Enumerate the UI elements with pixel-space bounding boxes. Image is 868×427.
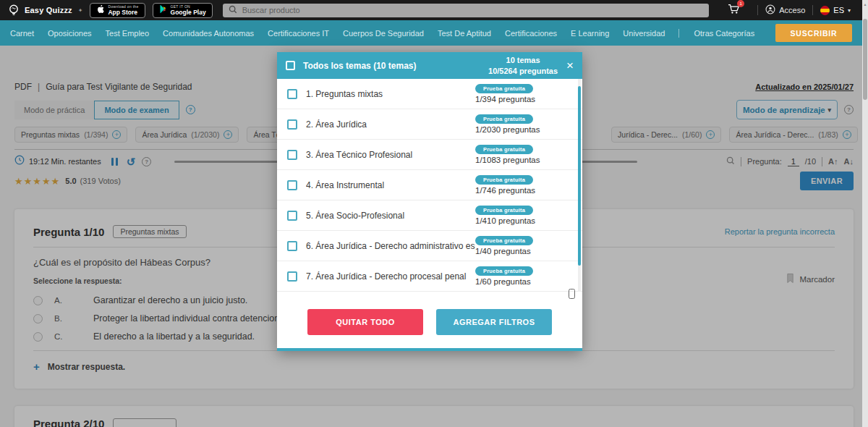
- cart-count-badge: 1: [737, 0, 744, 7]
- user-icon: [765, 4, 775, 16]
- apply-filters-button[interactable]: AGREGAR FILTROS: [436, 309, 552, 335]
- nav-links: CarnetOposicionesTest EmpleoComunidades …: [10, 29, 775, 38]
- topic-checkbox[interactable]: [287, 150, 297, 160]
- nav-item[interactable]: Otras Categorías: [678, 29, 754, 38]
- topic-row[interactable]: 4. Área Instrumental Prueba gratuita 1/7…: [277, 170, 582, 200]
- nav-item[interactable]: Cuerpos De Seguridad: [343, 29, 424, 38]
- topic-question-count: 1/1083 preguntas: [475, 156, 540, 164]
- subscribe-button[interactable]: SUSCRIBIR: [775, 24, 852, 42]
- topic-row[interactable]: 2. Área Jurídica Prueba gratuita 1/2030 …: [277, 109, 582, 140]
- modal-summary-topics: 10 temas: [506, 56, 540, 64]
- free-trial-badge: Prueba gratuita: [475, 266, 533, 276]
- topic-checkbox[interactable]: [287, 180, 297, 190]
- app-store-badge[interactable]: Download on the App Store: [90, 3, 145, 18]
- clear-all-button[interactable]: QUITAR TODO: [307, 309, 423, 335]
- language-selector[interactable]: ES ▾: [820, 6, 851, 15]
- free-trial-badge: Prueba gratuita: [475, 114, 533, 124]
- divider: [757, 5, 758, 15]
- nav-item[interactable]: Certificaciones IT: [268, 29, 329, 38]
- search-input[interactable]: [242, 6, 704, 14]
- app-store-tagline: Download on the: [108, 5, 138, 9]
- topic-row[interactable]: 7. Área Jurídica - Derecho procesal pena…: [277, 261, 582, 292]
- nav-item[interactable]: Comunidades Autonomas: [163, 29, 254, 38]
- screen: Easy Quizzz ✦ Download on the App Store …: [0, 0, 868, 427]
- topic-question-count: 1/410 preguntas: [475, 216, 535, 225]
- google-play-label: Google Play: [171, 9, 206, 16]
- nav-item[interactable]: Carnet: [10, 29, 34, 38]
- topic-checkbox[interactable]: [287, 119, 297, 130]
- nav-item[interactable]: Oposiciones: [48, 29, 92, 38]
- google-play-tagline: GET IT ON: [171, 5, 206, 9]
- topic-row[interactable]: 6. Área Jurídica - Derecho administrativ…: [277, 231, 582, 261]
- topic-checkbox[interactable]: [287, 241, 297, 251]
- select-all-checkbox[interactable]: [286, 61, 295, 70]
- sparkle-icon: ✦: [78, 7, 83, 14]
- modal-body: 1. Preguntas mixtas Prueba gratuita 1/39…: [277, 79, 582, 292]
- brand-logo[interactable]: Easy Quizzz ✦: [7, 4, 82, 17]
- chevron-down-icon: ▾: [848, 7, 851, 14]
- nav-item[interactable]: Certificaciones: [505, 29, 557, 38]
- free-trial-badge: Prueba gratuita: [475, 236, 533, 245]
- modal-header: Todos los temas (10 temas) 10 temas 10/5…: [277, 52, 582, 79]
- nav-item[interactable]: E Learning: [571, 29, 609, 38]
- modal-scrollbar[interactable]: [578, 79, 581, 292]
- topic-question-count: 1/394 preguntas: [475, 95, 535, 103]
- account-button[interactable]: Acceso: [765, 4, 805, 16]
- modal-summary-questions: 10/5264 preguntas: [488, 67, 558, 75]
- apple-icon: [96, 4, 104, 17]
- nav-item[interactable]: Universidad: [623, 29, 665, 38]
- topic-question-count: 1/40 preguntas: [475, 247, 531, 255]
- topic-question-count: 1/746 preguntas: [475, 186, 535, 195]
- free-trial-badge: Prueba gratuita: [475, 145, 533, 154]
- google-play-icon: [159, 4, 167, 17]
- page-scrollbar-thumb[interactable]: [863, 19, 867, 100]
- topic-question-count: 1/60 preguntas: [475, 277, 531, 286]
- nav-item[interactable]: Test Empleo: [106, 29, 150, 38]
- google-play-badge[interactable]: GET IT ON Google Play: [153, 3, 213, 18]
- cart-button[interactable]: 1: [728, 4, 740, 17]
- account-label: Acceso: [779, 6, 805, 14]
- topic-question-count: 1/2030 preguntas: [475, 125, 540, 134]
- app-store-label: App Store: [108, 9, 138, 16]
- nav-item[interactable]: Test De Aptitud: [438, 29, 491, 38]
- search-bar: [223, 4, 710, 17]
- navbar: CarnetOposicionesTest EmpleoComunidades …: [0, 20, 868, 46]
- topic-row[interactable]: 5. Área Socio-Profesional Prueba gratuit…: [277, 200, 582, 231]
- topics-modal: Todos los temas (10 temas) 10 temas 10/5…: [277, 52, 582, 351]
- topic-checkbox[interactable]: [287, 89, 297, 99]
- close-icon[interactable]: ×: [566, 59, 574, 72]
- free-trial-badge: Prueba gratuita: [475, 84, 533, 93]
- lightbulb-logo-icon: [7, 4, 20, 17]
- topic-row[interactable]: 1. Preguntas mixtas Prueba gratuita 1/39…: [277, 79, 582, 109]
- brand-name: Easy Quizzz: [25, 6, 72, 14]
- modal-summary: 10 temas 10/5264 preguntas: [488, 55, 558, 76]
- modal-footer: QUITAR TODO AGREGAR FILTROS: [277, 292, 582, 348]
- topic-checkbox[interactable]: [287, 271, 297, 282]
- modal-title: Todos los temas (10 temas): [303, 61, 488, 71]
- phone-icon: [569, 289, 575, 299]
- free-trial-badge: Prueba gratuita: [475, 206, 533, 215]
- scroll-up-arrow-icon[interactable]: ▲: [862, 0, 868, 9]
- spain-flag-icon: [820, 6, 830, 15]
- page-scrollbar[interactable]: ▲: [862, 0, 868, 427]
- topic-checkbox[interactable]: [287, 211, 297, 221]
- modal-scrollbar-thumb[interactable]: [578, 86, 581, 266]
- free-trial-badge: Prueba gratuita: [475, 175, 533, 185]
- search-icon: [229, 4, 237, 17]
- topbar: Easy Quizzz ✦ Download on the App Store …: [0, 0, 868, 20]
- language-code: ES: [833, 6, 844, 14]
- divider: [812, 5, 813, 15]
- topic-row[interactable]: 3. Área Técnico Profesional Prueba gratu…: [277, 140, 582, 170]
